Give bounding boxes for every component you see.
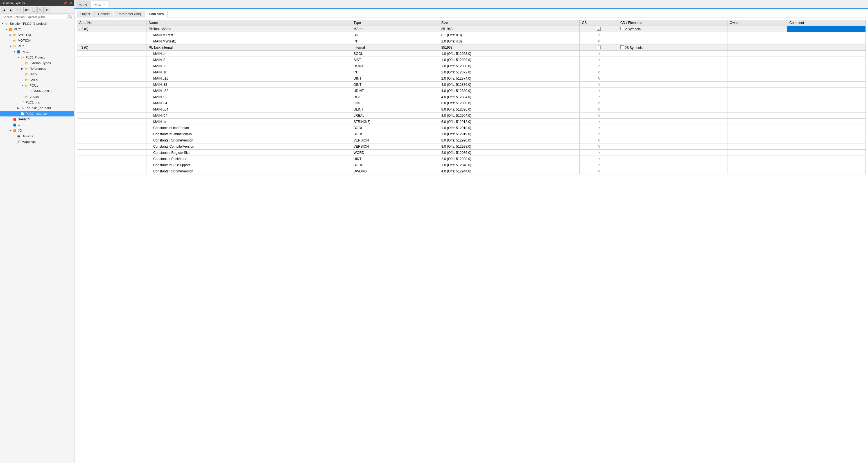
tree-toggle[interactable] <box>24 89 28 93</box>
table-row[interactable]: Constants.nPackModeUINT2.0 (Offs: 512938… <box>77 156 866 162</box>
sidebar-item-plc1[interactable]: ▾🟦PLC1 <box>0 49 74 55</box>
home-button[interactable]: ⌂ <box>14 7 21 13</box>
tree-toggle[interactable] <box>16 100 20 104</box>
tree-toggle[interactable] <box>20 61 24 65</box>
tree-toggle[interactable] <box>20 95 24 99</box>
cell-type: MArea <box>351 26 439 32</box>
obj-tab-context[interactable]: Context <box>94 11 113 17</box>
tree-toggle[interactable] <box>8 117 12 121</box>
table-row[interactable]: MAIN.f32REAL4.0 (Offs: 512884.0)R <box>77 94 866 100</box>
sidebar-pin-button[interactable]: 📌 <box>63 1 68 5</box>
table-row[interactable]: MAIN.strSTRING(5)6.0 (Offs: 512912.0)R <box>77 119 866 125</box>
tree-toggle[interactable] <box>12 134 16 138</box>
tree-toggle[interactable]: ▾ <box>16 55 20 59</box>
table-row[interactable]: Constants.RuntimeVersionVERSION8.0 (Offs… <box>77 137 866 143</box>
sidebar-item-duts[interactable]: 📂DUTs <box>0 71 74 77</box>
table-row[interactable]: MAIN.i16INT2.0 (Offs: 512872.0)R <box>77 69 866 76</box>
row-expand-button[interactable]: - <box>79 46 80 49</box>
table-row[interactable]: MAIN.MWtest1INT2.0 (Offs: 4.0)R <box>77 38 866 45</box>
tree-toggle[interactable] <box>8 123 12 127</box>
data-table-wrapper: Area NoNameTypeSizeCSCD / ElementsOwnerC… <box>74 18 868 463</box>
copy-button[interactable]: 📋 <box>31 7 37 13</box>
tab-main[interactable]: MAIN <box>75 1 90 8</box>
sidebar-item-main-prg[interactable]: 📄MAIN (PRG) <box>0 88 74 94</box>
r-icon: R <box>598 157 600 161</box>
sidebar-item-plc1-root[interactable]: ▾🟧PLC1 <box>0 26 74 32</box>
table-row[interactable]: MAIN.i32DINT4.0 (Offs: 512876.0)R <box>77 82 866 88</box>
settings-button[interactable]: ⚙▾ <box>23 7 30 13</box>
back-button[interactable]: ◀ <box>1 7 7 13</box>
cell-owner <box>727 69 787 76</box>
tree-toggle[interactable] <box>16 112 20 116</box>
sidebar-item-io[interactable]: ▾🟠I/O <box>0 128 74 133</box>
sidebar-item-gvls[interactable]: 📂GVLs <box>0 77 74 83</box>
sidebar-item-motion[interactable]: 📂MOTION <box>0 38 74 43</box>
tree-toggle[interactable]: ▾ <box>8 44 12 48</box>
table-row[interactable]: Constants.bSimulationMo...BOOL1.0 (Offs:… <box>77 131 866 137</box>
tree-toggle[interactable]: ▶ <box>16 106 20 110</box>
search-input[interactable] <box>2 15 67 19</box>
tree-toggle[interactable]: ▾ <box>20 84 24 87</box>
table-row[interactable]: -2 (0)PlcTask MAreaMArea851968 2 Symbols <box>77 26 866 32</box>
collapse-button[interactable]: ⊟ <box>44 7 50 13</box>
sidebar-item-pous[interactable]: ▾📂POUs <box>0 83 74 88</box>
sidebar-item-solution[interactable]: ▾📁Solution 'PLC1' (1 project) <box>0 21 74 26</box>
sidebar-close-button[interactable]: ✕ <box>69 1 72 5</box>
tree-toggle[interactable]: ▾ <box>8 128 12 133</box>
table-row[interactable]: MAIN.u64ULINT8.0 (Offs: 512896.0)R <box>77 106 866 113</box>
sidebar-item-plc1-instance[interactable]: 📄PLC1 Instance <box>0 111 74 116</box>
obj-tab-object[interactable]: Object <box>77 11 94 17</box>
sidebar-item-cpp[interactable]: 🔵C++ <box>0 122 74 128</box>
tree-icon-folder-yellow: 📂 <box>24 61 29 65</box>
table-row[interactable]: Constants.RuntimeVersionDWORD4.0 (Offs: … <box>77 168 866 174</box>
sidebar-item-safety[interactable]: 🔴SAFETY <box>0 116 74 122</box>
tree-toggle[interactable] <box>20 78 24 82</box>
checkbox-cd[interactable] <box>620 45 624 49</box>
cell-cd-elements <box>618 125 727 131</box>
tree-toggle[interactable]: ▾ <box>12 50 16 54</box>
table-row[interactable]: Constants.CompilerVersionVERSION8.0 (Off… <box>77 143 866 150</box>
tree-toggle[interactable]: ▾ <box>1 22 4 26</box>
table-row[interactable]: Constants.bLittleEndianBOOL1.0 (Offs: 51… <box>77 125 866 131</box>
cell-size: 851968 <box>439 26 580 32</box>
table-row[interactable]: MAIN.i64LINT8.0 (Offs: 512888.0)R <box>77 100 866 106</box>
obj-tab-parameter-init[interactable]: Parameter (Init) <box>114 11 145 17</box>
checkbox-cs[interactable] <box>597 46 601 49</box>
sidebar-item-visus[interactable]: 📂VISUs <box>0 94 74 99</box>
checkbox-cd[interactable] <box>620 27 624 30</box>
table-row[interactable]: -3 (0)PlcTask InternalInternal851968 26 … <box>77 45 866 51</box>
sidebar-item-devices[interactable]: 💻Devices <box>0 133 74 139</box>
sidebar-item-system[interactable]: ▶📂SYSTEM <box>0 32 74 38</box>
cell-comment <box>787 125 866 131</box>
tree-toggle[interactable] <box>20 72 24 76</box>
table-row[interactable]: MAIN.u32UDINT4.0 (Offs: 512880.0)R <box>77 88 866 94</box>
tree-toggle[interactable] <box>12 140 16 144</box>
sidebar-item-plc1-project[interactable]: ▾📁PLC1 Project <box>0 55 74 60</box>
cell-size: 1.0 (Offs: 512918.0) <box>439 125 580 131</box>
sidebar-item-mappings[interactable]: 🔗Mappings <box>0 139 74 145</box>
tools-button[interactable]: 🔧 <box>37 7 43 13</box>
table-row[interactable]: MAIN.f64LREAL8.0 (Offs: 512904.0)R <box>77 113 866 119</box>
sidebar-item-external-types[interactable]: 📂External Types <box>0 60 74 66</box>
table-row[interactable]: MAIN.MXtest1BIT0.1 (Offs: 0.0)R <box>77 32 866 38</box>
table-row[interactable]: Constants.bFPUSupportBOOL1.0 (Offs: 5129… <box>77 162 866 168</box>
checkbox-cs[interactable] <box>597 27 601 31</box>
sidebar-item-references[interactable]: ▶📂References <box>0 66 74 71</box>
table-row[interactable]: MAIN.u16UINT2.0 (Offs: 512874.0)R <box>77 76 866 82</box>
tree-toggle[interactable]: ▾ <box>4 27 8 31</box>
forward-button[interactable]: ▶ <box>8 7 14 13</box>
tree-toggle[interactable] <box>8 38 12 42</box>
table-row[interactable]: MAIN.i8SINT1.0 (Offs: 512029.0)R <box>77 57 866 63</box>
sidebar-item-plctask[interactable]: ▶⚙PlcTask (PlcTask) <box>0 105 74 111</box>
tree-toggle[interactable]: ▶ <box>20 67 24 70</box>
tab-close-button[interactable]: ✕ <box>103 3 105 6</box>
table-row[interactable]: MAIN.bBOOL1.0 (Offs: 512028.0)R <box>77 51 866 57</box>
obj-tab-data-area[interactable]: Data Area <box>145 11 167 18</box>
table-row[interactable]: MAIN.u8USINT1.0 (Offs: 512030.0)R <box>77 63 866 69</box>
sidebar-item-plc[interactable]: ▾📁PLC <box>0 43 74 49</box>
tab-plc1[interactable]: PLC1✕ <box>91 1 108 8</box>
table-row[interactable]: Constants.nRegisterSizeWORD2.0 (Offs: 51… <box>77 150 866 156</box>
sidebar-item-plc1-tmc[interactable]: 📄PLC1.tmc <box>0 99 74 105</box>
row-expand-button[interactable]: - <box>79 28 80 31</box>
tree-toggle[interactable]: ▶ <box>8 33 12 37</box>
